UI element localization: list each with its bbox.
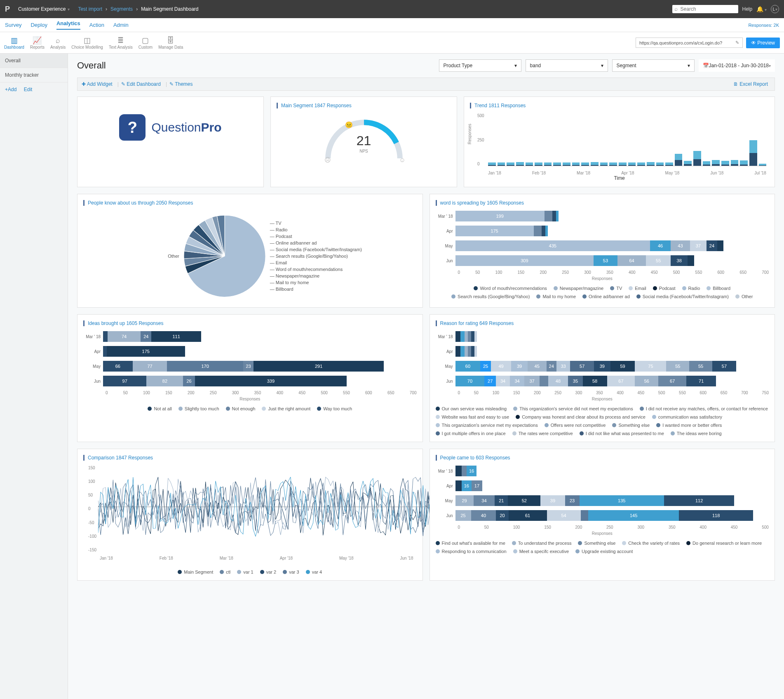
share-url[interactable]: https://qa.questionpro.com/a/cxLogin.do? [636, 38, 743, 48]
chevron-down-icon: ▾ [514, 63, 517, 68]
trend-title: Trend 1811 Responses [470, 103, 769, 108]
nps-label: NPS [359, 149, 368, 153]
svg-text:☺: ☺ [399, 156, 406, 163]
notifications-icon[interactable]: 🔔 [756, 6, 767, 12]
dashboard-actions-bar: ✚ Add Widget| ✎ Edit Dashboard| ✎ Themes… [77, 78, 775, 91]
tool-custom[interactable]: ▢Custom [138, 36, 153, 49]
filter-segment[interactable]: Segment▾ [612, 59, 695, 72]
preview-button[interactable]: 👁 Preview [746, 38, 780, 48]
comparison-card: Comparison 1847 Responses 150100500-50-1… [77, 449, 423, 581]
responses-count: Responses: 2K [748, 23, 779, 28]
chevron-down-icon: ▾ [688, 63, 690, 68]
date-range[interactable]: 📅 Jan-01-2018 - Jun-30-2018 [699, 59, 775, 72]
left-sidepanel: Overall Monthly tracker +Add Edit [0, 54, 68, 699]
nps-title: Main Segment 1847 Responses [277, 103, 451, 108]
comparison-chart: 150100500-50-100-150 Jan '18Feb '18Mar '… [83, 466, 417, 565]
tool-text-analysis[interactable]: ≣Text Analysis [109, 36, 133, 49]
reason-title: Reason for rating 649 Responses [436, 320, 769, 326]
reason-card: Reason for rating 649 Responses Mar ' 18… [430, 314, 775, 442]
reason-chart: Mar ' 18AprMay60254939452433573959755555… [436, 331, 769, 401]
main-nav: Survey Deploy Analytics Action Admin Res… [0, 18, 784, 32]
tool-dashboard[interactable]: ▥Dashboard [4, 36, 24, 49]
sidepanel-add[interactable]: +Add [5, 87, 16, 92]
chevron-down-icon: ▾ [601, 63, 603, 68]
excel-report-button[interactable]: 🗎 Excel Report [733, 81, 768, 87]
nav-analytics[interactable]: Analytics [56, 20, 80, 30]
add-widget-button[interactable]: ✚ Add Widget [82, 81, 113, 87]
app-logo-icon: P [5, 5, 10, 14]
nav-admin[interactable]: Admin [113, 22, 129, 28]
help-link[interactable]: Help [742, 6, 753, 12]
nav-deploy[interactable]: Deploy [31, 22, 47, 28]
word-chart: Mar ' 18199Apr175May43546433724Jun309536… [436, 211, 769, 281]
pie-chart: Other — TV— Radio— Podcast— Online ad/ba… [83, 211, 417, 301]
edit-url-icon[interactable] [735, 40, 739, 45]
ideas-chart: Mar ' 187424111Apr175May667717023291Jun9… [83, 331, 417, 401]
tool-analysis[interactable]: ⌕Analysis [50, 36, 66, 49]
sidepanel-monthly[interactable]: Monthly tracker [0, 68, 68, 82]
themes-button[interactable]: ✎ Themes [169, 81, 192, 87]
sub-toolbar: ▥Dashboard 📈Reports ⌕Analysis ◫Choice Mo… [0, 32, 784, 54]
trend-chart: Responses 500 250 0 Jan '18Feb '18Mar '1… [470, 113, 769, 175]
nav-survey[interactable]: Survey [5, 22, 21, 28]
came-chart: Mar ' 1816Apr1617May293421523923135112Ju… [436, 466, 769, 536]
pie-title: People know about us through 2050 Respon… [83, 200, 417, 206]
comparison-title: Comparison 1847 Responses [83, 455, 417, 461]
nps-gauge: ☹ 😐 ☺ 21 NPS [277, 113, 451, 163]
breadcrumb-test-import[interactable]: Test import [78, 6, 102, 12]
user-avatar[interactable]: L [771, 5, 779, 13]
topbar: P Customer Experience Test import › Segm… [0, 0, 784, 18]
pie-card: People know about us through 2050 Respon… [77, 194, 423, 308]
tool-choice-modelling[interactable]: ◫Choice Modelling [71, 36, 103, 49]
breadcrumb-current: Main Segment Dashboard [141, 6, 198, 12]
came-card: People came to 603 Responses Mar ' 1816A… [430, 449, 775, 581]
page-title: Overall [77, 60, 106, 71]
questionpro-logo-text: QuestionPro [151, 120, 221, 134]
svg-text:☹: ☹ [324, 156, 331, 163]
nav-action[interactable]: Action [89, 22, 104, 28]
search-input[interactable] [672, 5, 738, 13]
tool-reports[interactable]: 📈Reports [30, 36, 45, 49]
nps-value: 21 [357, 133, 371, 148]
breadcrumb: Test import › Segments › Main Segment Da… [78, 6, 198, 12]
tool-manage-data[interactable]: 🗄Manage Data [158, 36, 183, 49]
nps-card: Main Segment 1847 Responses ☹ 😐 ☺ 21 NPS [270, 96, 457, 187]
edit-dashboard-button[interactable]: ✎ Edit Dashboard [121, 81, 161, 87]
sidepanel-overall[interactable]: Overall [0, 54, 68, 68]
svg-text:😐: 😐 [345, 121, 353, 129]
sidepanel-edit[interactable]: Edit [24, 87, 33, 92]
word-card: word is spreading by 1605 Responses Mar … [430, 194, 775, 308]
ideas-card: Ideas brought up 1605 Responses Mar ' 18… [77, 314, 423, 442]
app-switcher[interactable]: Customer Experience [14, 5, 74, 14]
questionpro-logo-icon: ? [119, 114, 146, 141]
filter-band[interactable]: band▾ [526, 59, 608, 72]
word-title: word is spreading by 1605 Responses [436, 200, 769, 206]
logo-card: ? QuestionPro [77, 96, 264, 187]
filter-product-type[interactable]: Product Type▾ [439, 59, 521, 72]
ideas-title: Ideas brought up 1605 Responses [83, 320, 417, 326]
came-title: People came to 603 Responses [436, 455, 769, 461]
trend-card: Trend 1811 Responses Responses 500 250 0… [464, 96, 775, 187]
breadcrumb-segments[interactable]: Segments [110, 6, 133, 12]
